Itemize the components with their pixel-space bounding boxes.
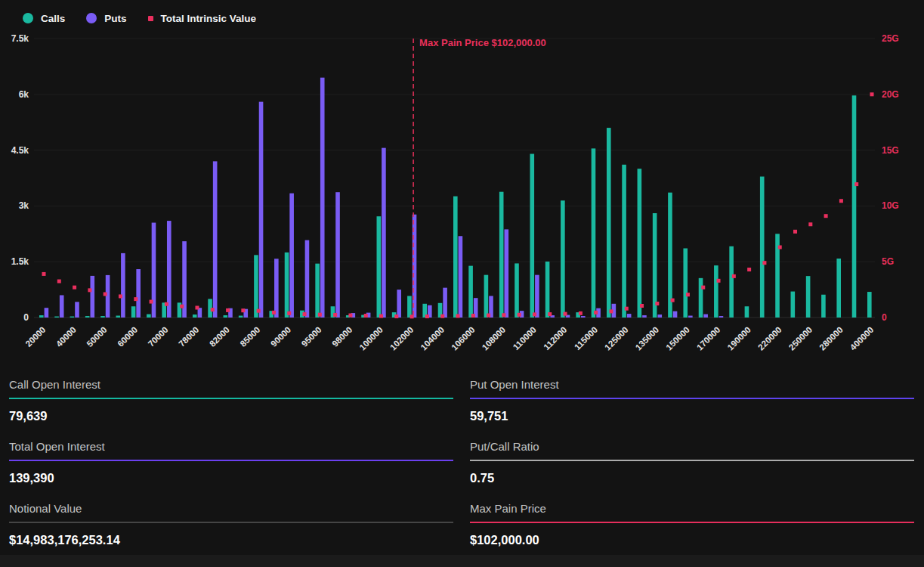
- intrinsic-value-point[interactable]: [394, 314, 398, 318]
- put-bar[interactable]: [443, 288, 447, 318]
- put-bar[interactable]: [45, 308, 49, 318]
- intrinsic-value-point[interactable]: [348, 314, 352, 318]
- intrinsic-value-point[interactable]: [303, 312, 307, 316]
- put-bar[interactable]: [121, 253, 125, 318]
- call-bar[interactable]: [484, 275, 489, 318]
- put-bar[interactable]: [459, 236, 463, 318]
- put-bar[interactable]: [305, 240, 310, 318]
- put-bar[interactable]: [397, 290, 401, 318]
- call-bar[interactable]: [530, 154, 534, 318]
- intrinsic-value-point[interactable]: [425, 314, 429, 318]
- intrinsic-value-point[interactable]: [778, 246, 782, 249]
- put-bar[interactable]: [382, 148, 386, 318]
- intrinsic-value-point[interactable]: [195, 306, 199, 310]
- intrinsic-value-point[interactable]: [564, 312, 567, 316]
- intrinsic-value-point[interactable]: [104, 293, 107, 296]
- call-bar[interactable]: [285, 253, 289, 318]
- intrinsic-value-point[interactable]: [211, 308, 215, 311]
- intrinsic-value-point[interactable]: [870, 92, 874, 96]
- call-bar[interactable]: [791, 292, 796, 318]
- intrinsic-value-point[interactable]: [42, 272, 46, 276]
- call-bar[interactable]: [867, 292, 872, 318]
- call-bar[interactable]: [468, 266, 473, 318]
- intrinsic-value-point[interactable]: [150, 300, 153, 304]
- call-bar[interactable]: [407, 296, 412, 318]
- intrinsic-value-point[interactable]: [456, 314, 460, 318]
- put-bar[interactable]: [581, 316, 586, 318]
- put-bar[interactable]: [274, 259, 279, 318]
- call-bar[interactable]: [193, 314, 197, 318]
- call-bar[interactable]: [622, 165, 626, 318]
- put-bar[interactable]: [673, 311, 678, 318]
- intrinsic-value-point[interactable]: [594, 311, 598, 314]
- max-pain-chart-svg[interactable]: 01.5k3k4.5k6k7.5k05G10G15G20G25G20000400…: [0, 29, 924, 370]
- intrinsic-value-point[interactable]: [165, 302, 168, 306]
- put-bar[interactable]: [90, 276, 94, 318]
- call-bar[interactable]: [254, 255, 258, 318]
- intrinsic-value-point[interactable]: [824, 214, 828, 218]
- intrinsic-value-point[interactable]: [808, 222, 812, 226]
- intrinsic-value-point[interactable]: [854, 182, 858, 186]
- intrinsic-value-point[interactable]: [471, 314, 475, 318]
- call-bar[interactable]: [683, 248, 688, 318]
- intrinsic-value-point[interactable]: [579, 311, 583, 315]
- legend-item-intrinsic[interactable]: Total Intrinsic Value: [148, 13, 257, 24]
- intrinsic-value-point[interactable]: [701, 286, 705, 290]
- intrinsic-value-point[interactable]: [548, 312, 552, 316]
- call-bar[interactable]: [131, 306, 136, 318]
- intrinsic-value-point[interactable]: [287, 311, 291, 315]
- intrinsic-value-point[interactable]: [747, 268, 751, 271]
- put-bar[interactable]: [703, 314, 708, 318]
- intrinsic-value-point[interactable]: [318, 313, 322, 317]
- intrinsic-value-point[interactable]: [364, 314, 368, 318]
- call-bar[interactable]: [806, 276, 811, 318]
- intrinsic-value-point[interactable]: [686, 293, 690, 296]
- call-bar[interactable]: [116, 316, 120, 318]
- call-bar[interactable]: [745, 306, 749, 318]
- put-bar[interactable]: [213, 161, 218, 318]
- call-bar[interactable]: [729, 246, 734, 318]
- call-bar[interactable]: [607, 128, 611, 318]
- call-bar[interactable]: [377, 216, 382, 318]
- call-bar[interactable]: [499, 192, 504, 318]
- intrinsic-value-point[interactable]: [671, 299, 675, 302]
- put-bar[interactable]: [642, 315, 647, 318]
- put-bar[interactable]: [657, 314, 662, 318]
- intrinsic-value-point[interactable]: [839, 199, 843, 203]
- put-bar[interactable]: [688, 316, 693, 318]
- put-bar[interactable]: [320, 78, 325, 318]
- intrinsic-value-point[interactable]: [73, 286, 76, 290]
- intrinsic-value-point[interactable]: [241, 308, 245, 312]
- put-bar[interactable]: [335, 192, 340, 318]
- intrinsic-value-point[interactable]: [88, 288, 91, 292]
- intrinsic-value-point[interactable]: [440, 314, 444, 318]
- intrinsic-value-point[interactable]: [732, 274, 736, 278]
- intrinsic-value-point[interactable]: [518, 313, 521, 317]
- call-bar[interactable]: [315, 264, 320, 318]
- call-bar[interactable]: [85, 316, 90, 318]
- put-bar[interactable]: [259, 102, 264, 318]
- intrinsic-value-point[interactable]: [119, 294, 122, 298]
- open-interest-chart[interactable]: 01.5k3k4.5k6k7.5k05G10G15G20G25G20000400…: [0, 29, 924, 370]
- put-bar[interactable]: [136, 269, 141, 318]
- call-bar[interactable]: [224, 315, 228, 318]
- put-bar[interactable]: [627, 314, 632, 318]
- intrinsic-value-point[interactable]: [625, 307, 629, 311]
- intrinsic-value-point[interactable]: [57, 280, 61, 284]
- intrinsic-value-point[interactable]: [410, 314, 414, 318]
- intrinsic-value-point[interactable]: [333, 313, 337, 317]
- intrinsic-value-point[interactable]: [134, 297, 138, 301]
- call-bar[interactable]: [592, 148, 596, 318]
- intrinsic-value-point[interactable]: [379, 314, 383, 318]
- legend-item-calls[interactable]: Calls: [23, 13, 65, 24]
- call-bar[interactable]: [714, 265, 718, 318]
- intrinsic-value-point[interactable]: [533, 312, 536, 316]
- intrinsic-value-point[interactable]: [226, 308, 230, 312]
- intrinsic-value-point[interactable]: [272, 311, 276, 314]
- call-bar[interactable]: [515, 263, 519, 318]
- intrinsic-value-point[interactable]: [502, 313, 505, 317]
- put-bar[interactable]: [75, 302, 79, 318]
- intrinsic-value-point[interactable]: [257, 309, 261, 313]
- intrinsic-value-point[interactable]: [180, 305, 184, 308]
- intrinsic-value-point[interactable]: [487, 314, 490, 318]
